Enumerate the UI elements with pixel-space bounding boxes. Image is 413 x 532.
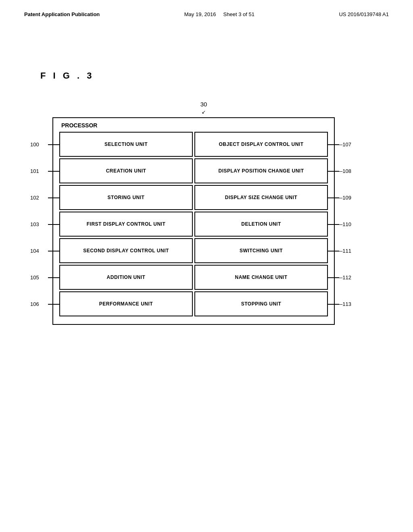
right-unit-6: STOPPING UNIT bbox=[194, 291, 328, 316]
right-label-3: —110 bbox=[337, 221, 351, 227]
right-unit-5: NAME CHANGE UNIT bbox=[194, 265, 328, 290]
processor-arrow-down: ↙ bbox=[202, 109, 206, 115]
right-unit-1: DISPLAY POSITION CHANGE UNIT bbox=[194, 158, 328, 183]
left-line-3 bbox=[48, 224, 59, 225]
left-unit-5: ADDITION UNIT bbox=[59, 265, 193, 290]
page-header: Patent Application Publication May 19, 2… bbox=[0, 0, 413, 17]
left-unit-0: SELECTION UNIT bbox=[59, 132, 193, 157]
unit-rows-container: 100SELECTION UNITOBJECT DISPLAY CONTROL … bbox=[59, 132, 328, 316]
figure-label: F I G . 3 bbox=[40, 71, 94, 81]
processor-label: PROCESSOR bbox=[61, 122, 328, 129]
outer-processor-box: PROCESSOR 100SELECTION UNITOBJECT DISPLA… bbox=[52, 117, 335, 325]
header-patent: US 2016/0139748 A1 bbox=[339, 11, 389, 17]
processor-number: 30 bbox=[200, 101, 207, 108]
right-unit-4: SWITCHING UNIT bbox=[194, 238, 328, 263]
left-unit-4: SECOND DISPLAY CONTROL UNIT bbox=[59, 238, 193, 263]
left-line-6 bbox=[48, 304, 59, 305]
row-1: 101CREATION UNITDISPLAY POSITION CHANGE … bbox=[59, 158, 328, 183]
header-publication: Patent Application Publication bbox=[24, 11, 100, 17]
left-line-0 bbox=[48, 144, 59, 145]
left-unit-2: STORING UNIT bbox=[59, 185, 193, 210]
right-label-1: —108 bbox=[337, 168, 351, 174]
right-label-4: —111 bbox=[337, 248, 351, 254]
left-line-2 bbox=[48, 197, 59, 198]
row-0: 100SELECTION UNITOBJECT DISPLAY CONTROL … bbox=[59, 132, 328, 157]
right-label-5: —112 bbox=[337, 274, 351, 281]
row-2: 102STORING UNITDISPLAY SIZE CHANGE UNIT—… bbox=[59, 185, 328, 210]
left-label-0: 100 bbox=[30, 141, 39, 148]
left-label-1: 101 bbox=[30, 168, 39, 174]
left-unit-3: FIRST DISPLAY CONTROL UNIT bbox=[59, 212, 193, 237]
row-4: 104SECOND DISPLAY CONTROL UNITSWITCHING … bbox=[59, 238, 328, 263]
left-line-5 bbox=[48, 277, 59, 278]
left-line-4 bbox=[48, 251, 59, 251]
left-label-2: 102 bbox=[30, 195, 39, 201]
left-unit-1: CREATION UNIT bbox=[59, 158, 193, 183]
left-label-5: 105 bbox=[30, 274, 39, 281]
right-unit-0: OBJECT DISPLAY CONTROL UNIT bbox=[194, 132, 328, 157]
right-unit-3: DELETION UNIT bbox=[194, 212, 328, 237]
row-3: 103FIRST DISPLAY CONTROL UNITDELETION UN… bbox=[59, 212, 328, 237]
left-label-3: 103 bbox=[30, 221, 39, 227]
left-label-4: 104 bbox=[30, 248, 39, 254]
right-label-6: —113 bbox=[337, 301, 351, 307]
row-5: 105ADDITION UNITNAME CHANGE UNIT—112 bbox=[59, 265, 328, 290]
left-unit-6: PERFORMANCE UNIT bbox=[59, 291, 193, 316]
right-unit-2: DISPLAY SIZE CHANGE UNIT bbox=[194, 185, 328, 210]
right-label-2: —109 bbox=[337, 195, 351, 201]
row-6: 106PERFORMANCE UNITSTOPPING UNIT—113 bbox=[59, 291, 328, 316]
left-label-6: 106 bbox=[30, 301, 39, 307]
header-date-sheet: May 19, 2016 Sheet 3 of 51 bbox=[184, 11, 254, 17]
left-line-1 bbox=[48, 171, 59, 172]
diagram: 30 ↙ PROCESSOR 100SELECTION UNITOBJECT D… bbox=[52, 101, 335, 325]
right-label-0: —107 bbox=[337, 141, 351, 148]
